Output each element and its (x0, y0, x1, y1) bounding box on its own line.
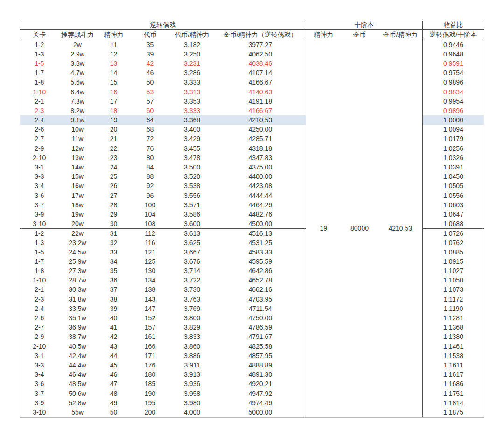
cell-token-per-spirit: 3.333 (169, 78, 215, 87)
cell-yield-ratio: 1.0391 (423, 162, 484, 172)
cell-stage: 3-9 (20, 398, 59, 408)
cell-token-per-spirit: 3.829 (169, 323, 215, 332)
cell-stage: 3-1 (20, 162, 59, 172)
cell-spirit: 15 (97, 78, 131, 87)
cell-stage: 2-4 (20, 304, 59, 313)
cell-spirit: 31 (97, 228, 131, 238)
cell-stage: 3-3 (20, 360, 59, 370)
cell-gold-per-spirit: 4482.76 (215, 210, 306, 219)
cell-token: 134 (131, 275, 169, 285)
cell-gold-per-spirit: 4891.30 (215, 370, 306, 379)
col-header-gold-per-spirit: 金币/精神力（逆转偶戏） (215, 30, 306, 40)
cell-token-per-spirit: 3.556 (169, 191, 215, 200)
cell-gold-per-spirit: 4786.59 (215, 323, 306, 332)
cell-token-per-spirit: 3.478 (169, 153, 215, 162)
cell-token: 152 (131, 313, 169, 323)
cell-yield-ratio: 0.9896 (423, 106, 484, 115)
cell-yield-ratio: 1.0647 (423, 210, 484, 219)
section-header-shouyibi: 收益比 (423, 21, 484, 30)
cell-gold-per-spirit: 4166.67 (215, 78, 306, 87)
cell-yield-ratio: 1.1461 (423, 342, 484, 351)
cell-gold-per-spirit: 4400.00 (215, 172, 306, 181)
cell-token-per-spirit: 3.913 (169, 370, 215, 379)
cell-gold-per-spirit: 4375.00 (215, 162, 306, 172)
cell-spirit: 49 (97, 398, 131, 408)
cell-power: 12w (59, 144, 97, 153)
cell-spirit: 14 (97, 68, 131, 78)
cell-gold-per-spirit: 3977.27 (215, 40, 306, 49)
cell-gold-per-spirit: 4423.08 (215, 181, 306, 190)
cell-token-per-spirit: 3.722 (169, 275, 215, 285)
cell-yield-ratio: 1.1686 (423, 379, 484, 388)
cell-token-per-spirit: 3.368 (169, 115, 215, 125)
cell-power: 18w (59, 200, 97, 210)
cell-stage: 3-6 (20, 379, 59, 388)
cell-power: 30.3w (59, 285, 97, 294)
cell-gold-per-spirit: 4583.33 (215, 247, 306, 257)
section-header-row: 逆转偶戏 十阶本 收益比 (20, 21, 484, 30)
cell-stage: 2-3 (20, 106, 59, 115)
section-header-nizhuanouxi: 逆转偶戏 (20, 21, 306, 30)
cell-stage: 3-7 (20, 388, 59, 398)
cell-spirit: 22 (97, 144, 131, 153)
cell-token-per-spirit: 3.538 (169, 181, 215, 190)
cell-yield-ratio: 1.1380 (423, 332, 484, 341)
cell-gold-per-spirit: 4464.29 (215, 200, 306, 210)
cell-power: 46.4w (59, 370, 97, 379)
cell-token-per-spirit: 3.182 (169, 40, 215, 49)
cell-stage: 2-1 (20, 285, 59, 294)
cell-spirit: 33 (97, 247, 131, 257)
cell-token-per-spirit: 3.714 (169, 266, 215, 275)
cell-stage: 1-7 (20, 68, 59, 78)
cell-stage: 1-2 (20, 228, 59, 238)
cell-token: 161 (131, 332, 169, 341)
cell-yield-ratio: 1.0915 (423, 257, 484, 266)
cell-gold-per-spirit: 4062.50 (215, 49, 306, 59)
cell-yield-ratio: 1.1617 (423, 370, 484, 379)
cell-stage: 3-1 (20, 351, 59, 360)
cell-token-per-spirit: 3.886 (169, 351, 215, 360)
cell-power: 44.4w (59, 360, 97, 370)
cell-yield-ratio: 0.9591 (423, 59, 484, 68)
cell-power: 38.7w (59, 332, 97, 341)
cell-power: 20w (59, 219, 97, 228)
cell-spirit: 35 (97, 266, 131, 275)
cell-token: 121 (131, 247, 169, 257)
cell-token-per-spirit: 3.860 (169, 342, 215, 351)
col-header-power: 推荐战斗力 (59, 30, 97, 40)
cell-power: 2w (59, 40, 97, 49)
cell-spirit: 45 (97, 360, 131, 370)
cell-gold-per-spirit: 4347.83 (215, 153, 306, 162)
cell-power: 27.3w (59, 266, 97, 275)
cell-token: 57 (131, 97, 169, 106)
cell-gold-per-spirit: 4038.46 (215, 59, 306, 68)
cell-token: 72 (131, 134, 169, 143)
cell-spirit: 28 (97, 200, 131, 210)
cell-token: 195 (131, 398, 169, 408)
cell-token: 53 (131, 87, 169, 96)
cell-gold-per-spirit: 4516.13 (215, 228, 306, 238)
cell-token: 171 (131, 351, 169, 360)
cell-token-per-spirit: 3.676 (169, 257, 215, 266)
cell-spirit: 48 (97, 388, 131, 398)
cell-gold-per-spirit: 4318.18 (215, 144, 306, 153)
cell-power: 31.8w (59, 295, 97, 304)
cell-stage: 2-4 (20, 115, 59, 125)
cell-gold-per-spirit: 4791.67 (215, 332, 306, 341)
cell-stage: 3-7 (20, 200, 59, 210)
cell-token: 143 (131, 295, 169, 304)
cell-token: 104 (131, 210, 169, 219)
cell-spirit: 25 (97, 172, 131, 181)
cell-token-per-spirit: 3.333 (169, 106, 215, 115)
cell-token-per-spirit: 3.571 (169, 200, 215, 210)
cell-spirit: 34 (97, 257, 131, 266)
sheet-canvas: 逆转偶戏 十阶本 收益比 关卡 推荐战斗力 精神力 代币 代币/精神力 金币/精… (0, 0, 504, 437)
cell-stage: 3-4 (20, 370, 59, 379)
cell-token: 60 (131, 106, 169, 115)
cell-yield-ratio: 1.1050 (423, 275, 484, 285)
col-header-yield-ratio: 逆转偶戏/十阶本 (423, 30, 484, 40)
cell-stage: 3-10 (20, 219, 59, 228)
tier10-gold-per-spirit-cell: 4210.53 (378, 40, 423, 417)
cell-spirit: 18 (97, 106, 131, 115)
cell-token-per-spirit: 3.231 (169, 59, 215, 68)
